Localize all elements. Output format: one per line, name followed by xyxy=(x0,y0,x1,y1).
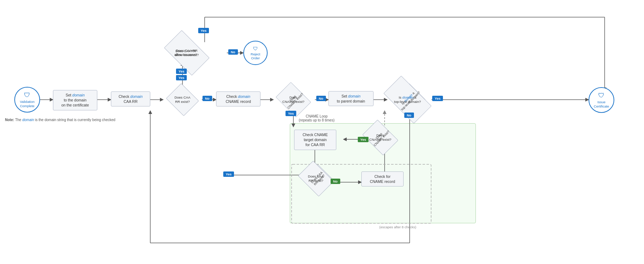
reject-order-label: RejectOrder xyxy=(251,52,260,60)
set-domain-parent-text: Set domainto parent domain xyxy=(337,94,365,104)
cname-loop-label: CNAME Loop(repeats up to 8 times) xyxy=(293,114,340,122)
badge-no-allow: No xyxy=(228,49,238,55)
is-top-level-text: Is domain atop-level domain? xyxy=(394,95,421,104)
issue-certificate-node: 🛡 IssueCertificate xyxy=(589,87,614,113)
escape-label: (escapes after 8 checks) xyxy=(379,225,416,229)
set-domain-text1: Set domainto the domainon the certificat… xyxy=(61,93,89,108)
shield-check-icon: 🛡 xyxy=(15,91,39,99)
diagram-container: Note: The domain is the domain string th… xyxy=(0,0,644,264)
badge-yes-caa-exist-up: Yes xyxy=(176,75,187,80)
is-top-level-diamond: Is domain atop-level domain? xyxy=(384,87,431,112)
does-cname-exist-diamond: DoesCNAME exist? xyxy=(273,89,314,110)
does-caa-rr-exist2-diamond: Does CAARR exist? xyxy=(296,168,336,189)
badge-no-caa-exist2: No xyxy=(331,179,340,184)
issue-cert-label: IssueCertificate xyxy=(594,100,609,108)
badge-no-caa-exist: No xyxy=(203,96,212,101)
badge-yes-allow-top: Yes xyxy=(198,28,209,33)
note-text: Note: The domain is the domain string th… xyxy=(5,118,115,122)
check-domain-caa-rr-node: Check domainCAA RR xyxy=(111,91,150,106)
note-label: Note: The domain is the domain string th… xyxy=(5,118,115,122)
badge-yes-caa-exist2: Yes xyxy=(223,171,234,177)
check-domain-caa-rr-text: Check domainCAA RR xyxy=(118,94,142,104)
badge-yes-allow-lower: Yes xyxy=(176,69,187,74)
check-for-cname-text: Check forCNAME record xyxy=(370,174,395,184)
validation-complete-label: Validation Complete xyxy=(15,100,39,108)
badge-no-cname: No xyxy=(316,96,326,101)
issue-cert-icon: 🛡 xyxy=(594,92,609,99)
does-caa-rr-allow-diamond: Does CAA RRallow issuance? xyxy=(164,40,210,65)
does-caa-rr-exist-diamond: Does CAARR exist? xyxy=(163,89,202,110)
reject-order-node: 🛡 RejectOrder xyxy=(243,41,268,65)
does-caa-rr-allow-text: Does CAA RRallow issuance? xyxy=(175,49,199,58)
validation-complete-node: 🛡 Validation Complete xyxy=(14,87,40,113)
does-caa-rr-exist-text: Does CAARR exist? xyxy=(175,95,190,104)
check-cname-target-text: Check CNAMEtarget domainfor CAA RR xyxy=(303,132,328,148)
set-domain-node: Set domainto the domainon the certificat… xyxy=(53,90,97,110)
check-cname-target-node: Check CNAMEtarget domainfor CAA RR xyxy=(294,130,336,150)
set-domain-parent-node: Set domainto parent domain xyxy=(328,91,374,106)
reject-icon: 🛡 xyxy=(251,46,260,51)
does-cname-exist2-text: DoesCNAME exist? xyxy=(369,133,391,142)
does-caa-rr-exist2-text: Does CAARR exist? xyxy=(308,174,324,183)
badge-yes-top-level: Yes xyxy=(432,96,443,101)
badge-no-top-level: No xyxy=(404,113,414,118)
does-cname-exist-text: DoesCNAME exist? xyxy=(282,95,304,104)
check-domain-cname-node: Check domainCNAME record xyxy=(216,91,260,106)
badge-yes-cname2: Yes xyxy=(358,137,369,142)
check-for-cname-node: Check forCNAME record xyxy=(361,171,404,186)
badge-yes-cname-down: Yes xyxy=(286,111,296,116)
check-domain-cname-text: Check domainCNAME record xyxy=(226,94,251,104)
